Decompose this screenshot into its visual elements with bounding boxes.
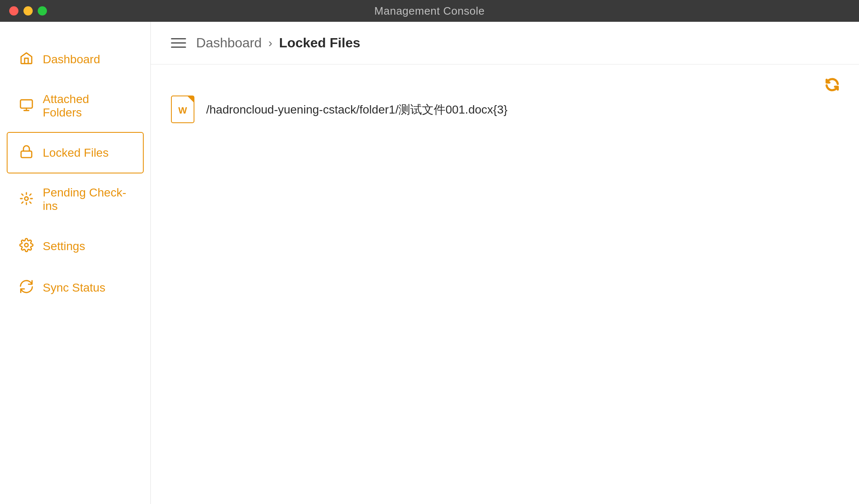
checkin-icon	[19, 191, 34, 208]
docx-icon: W	[171, 96, 194, 123]
sync-icon	[19, 279, 34, 296]
refresh-icon	[824, 76, 841, 93]
breadcrumb-separator: ›	[269, 36, 272, 50]
breadcrumb: Dashboard › Locked Files	[196, 35, 360, 51]
sidebar-item-settings[interactable]: Settings	[0, 225, 150, 267]
sidebar-label-dashboard: Dashboard	[43, 53, 100, 66]
word-w-label: W	[179, 105, 187, 116]
main-header: Dashboard › Locked Files	[151, 22, 859, 65]
hamburger-button[interactable]	[171, 38, 186, 48]
sidebar-item-dashboard[interactable]: Dashboard	[0, 39, 150, 80]
lock-icon	[19, 145, 34, 161]
file-icon-wrapper: W	[171, 96, 195, 124]
monitor-icon	[19, 98, 34, 114]
svg-rect-0	[21, 100, 32, 108]
main-content: Dashboard › Locked Files W	[151, 22, 859, 504]
hamburger-line-3	[171, 47, 186, 48]
sidebar: Dashboard Attached Folders Locked Files	[0, 22, 151, 504]
sidebar-item-pending-checkins[interactable]: Pending Check-ins	[0, 173, 150, 225]
sidebar-item-sync-status[interactable]: Sync Status	[0, 267, 150, 308]
sidebar-label-sync-status: Sync Status	[43, 281, 105, 295]
hamburger-line-2	[171, 42, 186, 44]
gear-icon	[19, 238, 34, 254]
titlebar: Management Console	[0, 0, 859, 22]
minimize-button[interactable]	[23, 6, 33, 16]
hamburger-line-1	[171, 38, 186, 39]
window-controls	[9, 6, 47, 16]
breadcrumb-current: Locked Files	[279, 35, 360, 51]
sidebar-item-attached-folders[interactable]: Attached Folders	[0, 80, 150, 132]
sidebar-label-attached-folders: Attached Folders	[43, 93, 131, 119]
content-area: W /hadroncloud-yuening-cstack/folder1/测试…	[151, 65, 859, 504]
close-button[interactable]	[9, 6, 18, 16]
sidebar-label-pending-checkins: Pending Check-ins	[43, 186, 131, 213]
svg-point-2	[25, 196, 28, 200]
refresh-button[interactable]	[824, 76, 841, 97]
sidebar-item-locked-files[interactable]: Locked Files	[7, 132, 144, 173]
sidebar-label-locked-files: Locked Files	[43, 146, 109, 160]
file-item[interactable]: W /hadroncloud-yuening-cstack/folder1/测试…	[171, 88, 839, 132]
sidebar-label-settings: Settings	[43, 240, 85, 253]
svg-rect-1	[21, 151, 32, 158]
home-icon	[19, 51, 34, 67]
app-container: Dashboard Attached Folders Locked Files	[0, 22, 859, 504]
titlebar-title: Management Console	[374, 5, 484, 18]
maximize-button[interactable]	[38, 6, 47, 16]
breadcrumb-parent[interactable]: Dashboard	[196, 35, 262, 51]
file-list: W /hadroncloud-yuening-cstack/folder1/测试…	[171, 88, 839, 132]
svg-point-3	[25, 243, 28, 247]
file-path: /hadroncloud-yuening-cstack/folder1/测试文件…	[206, 102, 507, 118]
